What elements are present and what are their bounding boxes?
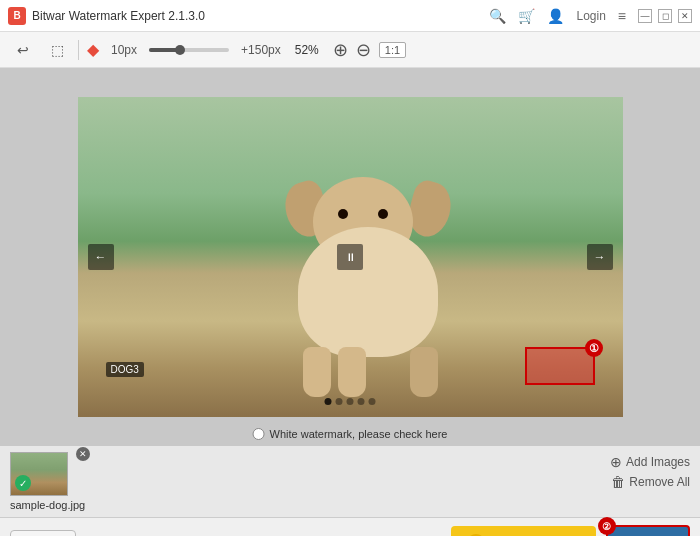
title-bar: B Bitwar Watermark Expert 2.1.3.0 🔍 🛒 👤 … <box>0 0 700 32</box>
app-title: Bitwar Watermark Expert 2.1.3.0 <box>32 9 489 23</box>
dog-image: DOG3 ① ← ⏸ → <box>78 97 623 417</box>
zoom-in-button[interactable]: ⊕ <box>333 39 348 61</box>
remove-file-button[interactable]: ✕ <box>76 447 90 461</box>
file-name: sample-dog.jpg <box>10 499 85 511</box>
nav-dot-3[interactable] <box>347 398 354 405</box>
search-icon[interactable]: 🔍 <box>489 8 506 24</box>
remove-all-label: Remove All <box>629 475 690 489</box>
back-button[interactable]: ◀ Back <box>10 530 76 537</box>
add-images-label: Add Images <box>626 455 690 469</box>
login-label[interactable]: Login <box>576 9 605 23</box>
zoom-1to1-button[interactable]: 1:1 <box>379 42 406 58</box>
menu-icon[interactable]: ≡ <box>618 8 626 24</box>
dog-leg-3 <box>410 347 438 397</box>
trash-icon: 🗑 <box>611 474 625 490</box>
undo-button[interactable]: ↩ <box>10 37 36 63</box>
dog-eye-left <box>338 209 348 219</box>
watermark-highlight-box: ① <box>525 347 595 385</box>
dog-label: DOG3 <box>106 362 144 377</box>
prev-image-button[interactable]: ← <box>88 244 114 270</box>
size-max-label: +150px <box>241 43 281 57</box>
notice-text: White watermark, please check here <box>270 428 448 440</box>
dog-torso <box>298 227 438 357</box>
image-container: DOG3 ① ← ⏸ → <box>0 68 700 446</box>
apply-circle-badge: ② <box>598 517 616 535</box>
nav-dot-4[interactable] <box>358 398 365 405</box>
add-images-button[interactable]: ⊕ Add Images <box>610 454 690 470</box>
files-panel: ✓ ✕ sample-dog.jpg ⊕ Add Images 🗑 Remove… <box>0 446 700 517</box>
apply-wrapper: Apply ② <box>606 525 690 536</box>
pause-button[interactable]: ⏸ <box>337 244 363 270</box>
frame-button[interactable]: ⬚ <box>44 37 70 63</box>
next-image-button[interactable]: → <box>587 244 613 270</box>
dog-leg-1 <box>303 347 331 397</box>
close-button[interactable]: ✕ <box>678 9 692 23</box>
apply-button[interactable]: Apply <box>606 525 690 536</box>
main-image-area: DOG3 ① ← ⏸ → <box>0 68 700 446</box>
restore-button[interactable]: ◻ <box>658 9 672 23</box>
nav-dots <box>325 398 376 405</box>
file-thumbnail-container: ✓ ✕ sample-dog.jpg <box>10 452 85 511</box>
diamond-icon: ◆ <box>87 40 99 59</box>
size-min-label: 10px <box>111 43 137 57</box>
slider-thumb[interactable] <box>175 45 185 55</box>
dog-eye-right <box>378 209 388 219</box>
white-watermark-notice: White watermark, please check here <box>253 428 448 440</box>
remove-all-button[interactable]: 🗑 Remove All <box>611 474 690 490</box>
toolbar: ↩ ⬚ ◆ 10px +150px 52% ⊕ ⊖ 1:1 <box>0 32 700 68</box>
dog-body <box>278 177 458 397</box>
dog-leg-2 <box>338 347 366 397</box>
watermark-circle-badge: ① <box>585 339 603 357</box>
size-slider[interactable] <box>149 48 229 52</box>
zoom-percent: 52% <box>295 43 319 57</box>
title-bar-icons: 🔍 🛒 👤 Login ≡ <box>489 8 626 24</box>
nav-dot-1[interactable] <box>325 398 332 405</box>
file-thumbnail[interactable]: ✓ <box>10 452 68 496</box>
files-actions: ⊕ Add Images 🗑 Remove All <box>610 452 690 490</box>
bottom-bar: ◀ Back Save to: Source Folder Custom ② B… <box>0 517 700 536</box>
batch-process-button[interactable]: ② Batch Process <box>451 526 596 537</box>
window-controls: — ◻ ✕ <box>638 9 692 23</box>
separator-1 <box>78 40 79 60</box>
nav-dot-2[interactable] <box>336 398 343 405</box>
nav-dot-5[interactable] <box>369 398 376 405</box>
user-icon[interactable]: 👤 <box>547 8 564 24</box>
zoom-out-button[interactable]: ⊖ <box>356 39 371 61</box>
notice-radio[interactable] <box>253 428 265 440</box>
add-icon: ⊕ <box>610 454 622 470</box>
minimize-button[interactable]: — <box>638 9 652 23</box>
file-check-icon: ✓ <box>15 475 31 491</box>
cart-icon[interactable]: 🛒 <box>518 8 535 24</box>
app-logo: B <box>8 7 26 25</box>
